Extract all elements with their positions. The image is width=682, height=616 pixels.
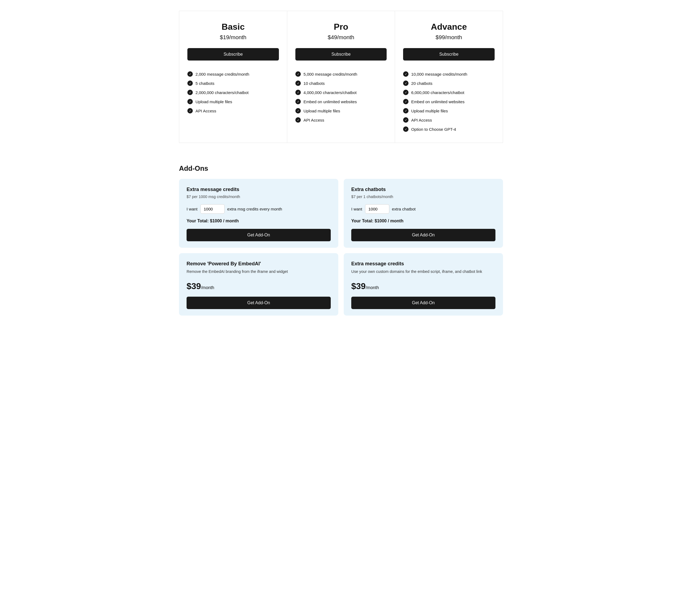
addon-input-extra-chatbots[interactable] bbox=[365, 204, 389, 214]
addons-title: Add-Ons bbox=[179, 164, 503, 172]
check-icon: ✓ bbox=[187, 99, 193, 104]
feature-item: ✓10,000 message credits/month bbox=[403, 71, 495, 77]
feature-item: ✓Embed on unlimited websites bbox=[295, 99, 387, 104]
addon-button-custom-domains[interactable]: Get Add-On bbox=[351, 296, 496, 309]
check-icon: ✓ bbox=[403, 127, 409, 132]
feature-item: ✓API Access bbox=[187, 108, 279, 113]
plan-name-pro: Pro bbox=[295, 22, 387, 32]
feature-item: ✓6,000,000 characters/chatbot bbox=[403, 90, 495, 95]
feature-item: ✓Upload multiple files bbox=[187, 99, 279, 104]
addon-input-label-before: I want bbox=[351, 207, 362, 211]
check-icon: ✓ bbox=[403, 90, 409, 95]
feature-text: 2,000,000 characters/chatbot bbox=[196, 90, 249, 95]
subscribe-button-basic[interactable]: Subscribe bbox=[187, 48, 279, 61]
addon-input-extra-credits[interactable] bbox=[200, 204, 225, 214]
addon-card-remove-branding: Remove 'Powered By EmbedAI'Remove the Em… bbox=[179, 253, 338, 315]
addon-total-extra-credits: Your Total: $1000 / month bbox=[186, 219, 331, 223]
plan-price-pro: $49/month bbox=[295, 34, 387, 41]
addon-card-extra-credits: Extra message credits$7 per 1000 msg cre… bbox=[179, 179, 338, 248]
addon-input-label-after: extra msg credits every month bbox=[227, 207, 282, 211]
addon-title-custom-domains: Extra message credits bbox=[351, 261, 496, 267]
feature-item: ✓2,000 message credits/month bbox=[187, 71, 279, 77]
addon-button-remove-branding[interactable]: Get Add-On bbox=[186, 296, 331, 309]
plan-name-advance: Advance bbox=[403, 22, 495, 32]
addon-subtitle-extra-chatbots: $7 per 1 chatbots/month bbox=[351, 195, 496, 199]
addon-card-custom-domains: Extra message creditsUse your own custom… bbox=[344, 253, 503, 315]
feature-text: Embed on unlimited websites bbox=[411, 100, 465, 104]
feature-text: 5,000 message credits/month bbox=[303, 72, 357, 76]
addon-title-extra-chatbots: Extra chatbots bbox=[351, 186, 496, 192]
feature-item: ✓4,000,000 characters/chatbot bbox=[295, 90, 387, 95]
feature-text: 5 chatbots bbox=[196, 81, 214, 86]
check-icon: ✓ bbox=[403, 108, 409, 113]
feature-text: Option to Choose GPT-4 bbox=[411, 127, 456, 132]
addon-card-extra-chatbots: Extra chatbots$7 per 1 chatbots/monthI w… bbox=[344, 179, 503, 248]
addon-subtitle-extra-credits: $7 per 1000 msg credits/month bbox=[186, 195, 331, 199]
feature-item: ✓2,000,000 characters/chatbot bbox=[187, 90, 279, 95]
pricing-card-pro: Pro$49/monthSubscribe✓5,000 message cred… bbox=[287, 11, 395, 143]
addon-input-label-before: I want bbox=[186, 207, 198, 211]
addon-price-large: $39 bbox=[351, 281, 366, 291]
plan-name-basic: Basic bbox=[187, 22, 279, 32]
addon-title-remove-branding: Remove 'Powered By EmbedAI' bbox=[186, 261, 331, 267]
feature-text: Upload multiple files bbox=[196, 100, 232, 104]
feature-text: Upload multiple files bbox=[303, 109, 340, 113]
feature-text: API Access bbox=[196, 109, 216, 113]
feature-item: ✓20 chatbots bbox=[403, 81, 495, 86]
feature-text: 6,000,000 characters/chatbot bbox=[411, 90, 464, 95]
addon-price-per: /month bbox=[366, 285, 379, 290]
addon-price-row-remove-branding: $39/month bbox=[186, 281, 331, 291]
feature-text: 4,000,000 characters/chatbot bbox=[303, 90, 357, 95]
feature-item: ✓5 chatbots bbox=[187, 81, 279, 86]
feature-text: 2,000 message credits/month bbox=[196, 72, 249, 76]
feature-item: ✓Upload multiple files bbox=[295, 108, 387, 113]
feature-item: ✓Embed on unlimited websites bbox=[403, 99, 495, 104]
features-list-pro: ✓5,000 message credits/month✓10 chatbots… bbox=[295, 71, 387, 123]
plan-price-advance: $99/month bbox=[403, 34, 495, 41]
addon-title-extra-credits: Extra message credits bbox=[186, 186, 331, 192]
feature-item: ✓Upload multiple files bbox=[403, 108, 495, 113]
check-icon: ✓ bbox=[403, 117, 409, 123]
feature-item: ✓Option to Choose GPT-4 bbox=[403, 127, 495, 132]
features-list-advance: ✓10,000 message credits/month✓20 chatbot… bbox=[403, 71, 495, 132]
check-icon: ✓ bbox=[187, 90, 193, 95]
features-list-basic: ✓2,000 message credits/month✓5 chatbots✓… bbox=[187, 71, 279, 113]
feature-item: ✓API Access bbox=[295, 117, 387, 123]
check-icon: ✓ bbox=[295, 90, 301, 95]
addon-price-large: $39 bbox=[186, 281, 201, 291]
feature-text: Embed on unlimited websites bbox=[303, 100, 357, 104]
check-icon: ✓ bbox=[187, 81, 193, 86]
feature-text: Upload multiple files bbox=[411, 109, 448, 113]
pricing-card-basic: Basic$19/monthSubscribe✓2,000 message cr… bbox=[179, 11, 287, 143]
feature-item: ✓API Access bbox=[403, 117, 495, 123]
check-icon: ✓ bbox=[403, 71, 409, 77]
check-icon: ✓ bbox=[187, 71, 193, 77]
addon-price-per: /month bbox=[201, 285, 214, 290]
feature-text: 20 chatbots bbox=[411, 81, 433, 86]
addon-total-extra-chatbots: Your Total: $1000 / month bbox=[351, 219, 496, 223]
addon-button-extra-chatbots[interactable]: Get Add-On bbox=[351, 229, 496, 241]
addon-description-custom-domains: Use your own custom domains for the embe… bbox=[351, 269, 496, 275]
addon-button-extra-credits[interactable]: Get Add-On bbox=[186, 229, 331, 241]
addon-input-row-extra-credits: I wantextra msg credits every month bbox=[186, 204, 331, 214]
addon-input-row-extra-chatbots: I wantextra chatbot bbox=[351, 204, 496, 214]
pricing-section: Basic$19/monthSubscribe✓2,000 message cr… bbox=[179, 11, 503, 143]
addon-price-row-custom-domains: $39/month bbox=[351, 281, 496, 291]
check-icon: ✓ bbox=[295, 99, 301, 104]
pricing-card-advance: Advance$99/monthSubscribe✓10,000 message… bbox=[395, 11, 503, 143]
feature-text: 10 chatbots bbox=[303, 81, 325, 86]
subscribe-button-advance[interactable]: Subscribe bbox=[403, 48, 495, 61]
feature-text: 10,000 message credits/month bbox=[411, 72, 468, 76]
plan-price-basic: $19/month bbox=[187, 34, 279, 41]
feature-item: ✓10 chatbots bbox=[295, 81, 387, 86]
addon-input-label-after: extra chatbot bbox=[392, 207, 416, 211]
subscribe-button-pro[interactable]: Subscribe bbox=[295, 48, 387, 61]
feature-text: API Access bbox=[303, 118, 324, 123]
addons-grid: Extra message credits$7 per 1000 msg cre… bbox=[179, 179, 503, 315]
check-icon: ✓ bbox=[295, 117, 301, 123]
feature-item: ✓5,000 message credits/month bbox=[295, 71, 387, 77]
addon-description-remove-branding: Remove the EmbedAI branding from the ifr… bbox=[186, 269, 331, 275]
check-icon: ✓ bbox=[295, 81, 301, 86]
check-icon: ✓ bbox=[295, 71, 301, 77]
check-icon: ✓ bbox=[403, 81, 409, 86]
